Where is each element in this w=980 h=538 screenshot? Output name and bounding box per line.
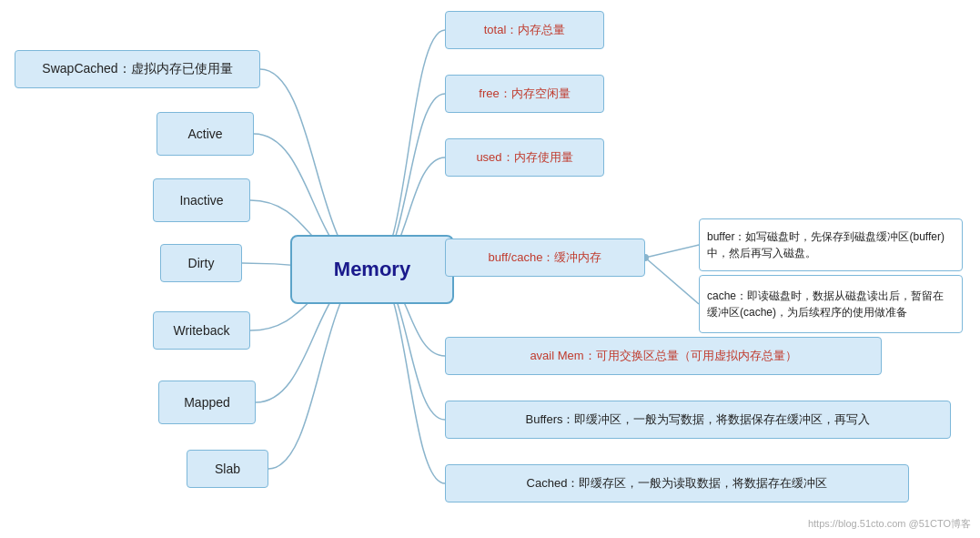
watermark: https://blog.51cto.com @51CTO博客 bbox=[808, 517, 971, 531]
node-dirty: Dirty bbox=[160, 244, 242, 282]
center-label: Memory bbox=[334, 258, 410, 281]
node-used: used：内存使用量 bbox=[445, 138, 604, 177]
node-cache-detail: cache：即读磁盘时，数据从磁盘读出后，暂留在缓冲区(cache)，为后续程序… bbox=[699, 275, 963, 333]
node-swapcached: SwapCached：虚拟内存已使用量 bbox=[15, 50, 260, 88]
node-free: free：内存空闲量 bbox=[445, 75, 604, 113]
node-buffer-detail: buffer：如写磁盘时，先保存到磁盘缓冲区(buffer)中，然后再写入磁盘。 bbox=[699, 218, 963, 271]
node-cached: Cached：即缓存区，一般为读取数据，将数据存在缓冲区 bbox=[445, 464, 909, 502]
svg-line-1 bbox=[645, 258, 699, 304]
mindmap-canvas: Memory SwapCached：虚拟内存已使用量 Active Inacti… bbox=[0, 0, 980, 538]
node-inactive: Inactive bbox=[153, 178, 250, 222]
node-availmem: avail Mem：可用交换区总量（可用虚拟内存总量） bbox=[445, 337, 882, 375]
node-writeback: Writeback bbox=[153, 311, 250, 350]
svg-line-0 bbox=[645, 245, 699, 258]
node-buffers: Buffers：即缓冲区，一般为写数据，将数据保存在缓冲区，再写入 bbox=[445, 401, 951, 439]
center-node: Memory bbox=[290, 235, 454, 304]
node-buffcache: buff/cache：缓冲内存 bbox=[445, 239, 645, 277]
node-mapped: Mapped bbox=[158, 381, 256, 424]
node-slab: Slab bbox=[187, 450, 268, 488]
node-total: total：内存总量 bbox=[445, 11, 604, 49]
node-active: Active bbox=[157, 112, 254, 156]
